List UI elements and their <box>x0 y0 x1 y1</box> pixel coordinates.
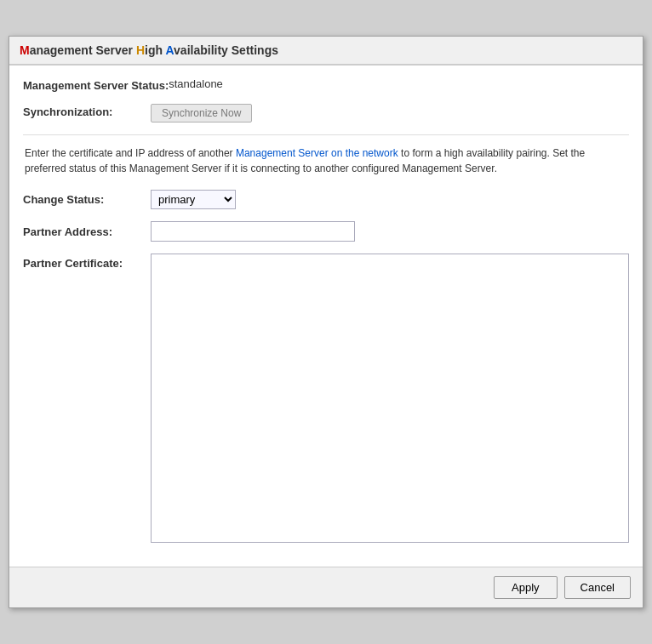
server-status-value: standalone <box>169 77 223 90</box>
partner-certificate-row: Partner Certificate: <box>23 254 629 543</box>
title-text-3: vailability Settings <box>174 43 278 57</box>
title-text-2: igh <box>145 43 165 57</box>
change-status-control: primary secondary <box>151 190 629 209</box>
title-h-highlight: H <box>136 43 145 57</box>
synchronize-now-button[interactable]: Synchronize Now <box>151 104 252 123</box>
partner-address-input[interactable] <box>151 221 355 242</box>
server-status-label: Management Server Status: <box>23 77 169 92</box>
divider <box>23 134 629 135</box>
synchronization-label: Synchronization: <box>23 104 151 118</box>
title-a-highlight: A <box>165 43 174 57</box>
dialog-body: Management Server Status: standalone Syn… <box>9 66 643 567</box>
synchronization-row: Synchronization: Synchronize Now <box>23 104 629 123</box>
change-status-row: Change Status: primary secondary <box>23 190 629 209</box>
dialog-container: Management Server High Availability Sett… <box>9 36 643 608</box>
change-status-select[interactable]: primary secondary <box>151 190 236 209</box>
partner-address-control <box>151 221 629 242</box>
title-m-highlight: M <box>20 43 30 57</box>
partner-certificate-textarea[interactable] <box>151 254 629 543</box>
partner-address-row: Partner Address: <box>23 221 629 242</box>
apply-button[interactable]: Apply <box>494 576 558 599</box>
description-link: Management Server on the network <box>236 147 398 159</box>
server-status-row: Management Server Status: standalone <box>23 77 629 92</box>
description-text: Enter the certificate and IP address of … <box>23 145 629 176</box>
partner-certificate-label: Partner Certificate: <box>23 254 151 270</box>
change-status-label: Change Status: <box>23 193 151 206</box>
partner-address-label: Partner Address: <box>23 225 151 238</box>
dialog-footer: Apply Cancel <box>9 567 643 607</box>
title-text-1: anagement Server <box>30 43 136 57</box>
dialog-title: Management Server High Availability Sett… <box>9 37 643 66</box>
cancel-button[interactable]: Cancel <box>564 576 631 599</box>
